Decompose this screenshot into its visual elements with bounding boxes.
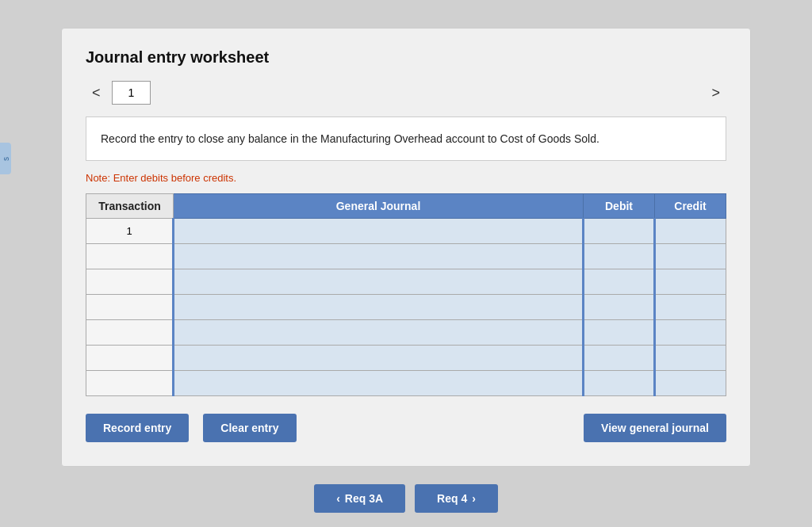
prev-req-label: Req 3A [345,492,383,505]
cell-credit[interactable] [655,346,726,371]
cell-credit[interactable] [655,219,726,244]
view-general-journal-button[interactable]: View general journal [584,414,726,442]
cell-debit[interactable] [584,295,655,320]
clear-entry-button[interactable]: Clear entry [203,414,296,442]
table-row [86,371,726,396]
cell-general-journal[interactable] [174,295,584,320]
bottom-navigation: ‹ Req 3A Req 4 › [314,484,498,513]
instruction-box: Record the entry to close any balance in… [86,116,726,161]
next-tab-arrow[interactable]: > [705,82,726,105]
cell-transaction [86,269,174,295]
cell-debit[interactable] [584,371,655,396]
cell-general-journal[interactable] [174,320,584,346]
cell-debit[interactable] [584,320,655,346]
col-header-general-journal: General Journal [174,194,584,219]
cell-transaction [86,371,174,396]
table-body: 1 [86,219,726,396]
next-req-button[interactable]: Req 4 › [415,484,498,513]
next-req-label: Req 4 [437,492,467,505]
journal-table: Transaction General Journal Debit Credit… [86,193,726,396]
cell-debit[interactable] [584,269,655,295]
table-header-row: Transaction General Journal Debit Credit [86,194,726,219]
instruction-text: Record the entry to close any balance in… [101,132,599,145]
prev-tab-arrow[interactable]: < [86,82,107,105]
cell-credit[interactable] [655,244,726,269]
table-row [86,269,726,295]
table-row [86,320,726,346]
cell-general-journal[interactable] [174,219,584,244]
cell-transaction: 1 [86,219,174,244]
cell-credit[interactable] [655,269,726,295]
left-sidebar-tab[interactable]: s [0,143,11,174]
cell-debit[interactable] [584,346,655,371]
page-title: Journal entry worksheet [86,48,726,67]
main-card: Journal entry worksheet < 1 > Record the… [61,28,751,467]
col-header-transaction: Transaction [86,194,174,219]
record-entry-button[interactable]: Record entry [86,414,189,442]
cell-general-journal[interactable] [174,371,584,396]
note-text: Note: Enter debits before credits. [86,172,726,184]
table-row: 1 [86,219,726,244]
cell-general-journal[interactable] [174,269,584,295]
prev-arrow-icon: ‹ [336,492,340,505]
buttons-row: Record entry Clear entry View general jo… [86,414,726,442]
current-tab-number[interactable]: 1 [112,81,151,105]
cell-transaction [86,295,174,320]
cell-transaction [86,320,174,346]
cell-debit[interactable] [584,244,655,269]
col-header-credit: Credit [655,194,726,219]
cell-transaction [86,244,174,269]
cell-general-journal[interactable] [174,244,584,269]
tab-navigation: < 1 > [86,81,726,105]
cell-credit[interactable] [655,295,726,320]
cell-transaction [86,346,174,371]
table-row [86,295,726,320]
cell-credit[interactable] [655,320,726,346]
cell-debit[interactable] [584,219,655,244]
table-row [86,244,726,269]
col-header-debit: Debit [584,194,655,219]
table-row [86,346,726,371]
left-tab-label: s [2,157,10,161]
page-wrapper: s Journal entry worksheet < 1 > Record t… [0,16,812,527]
next-arrow-icon: › [472,492,476,505]
cell-credit[interactable] [655,371,726,396]
cell-general-journal[interactable] [174,346,584,371]
prev-req-button[interactable]: ‹ Req 3A [314,484,405,513]
